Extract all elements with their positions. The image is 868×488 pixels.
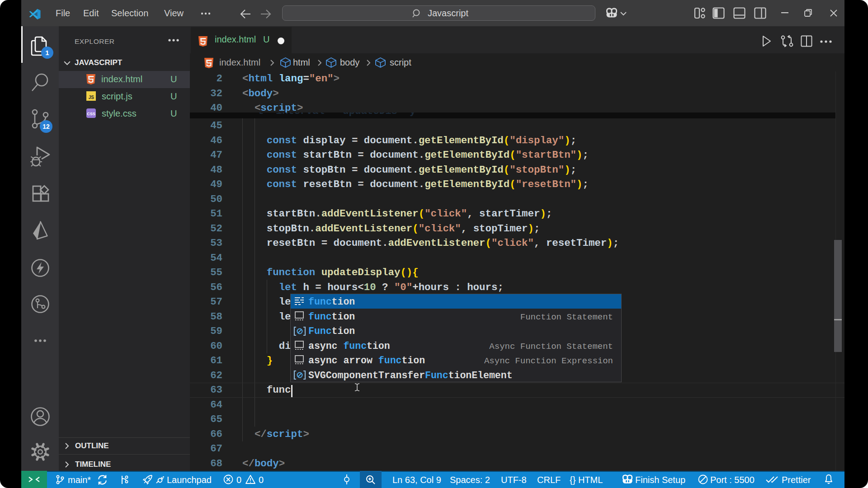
svg-text:CSS: CSS — [87, 112, 95, 116]
svg-text:JS: JS — [89, 95, 94, 100]
